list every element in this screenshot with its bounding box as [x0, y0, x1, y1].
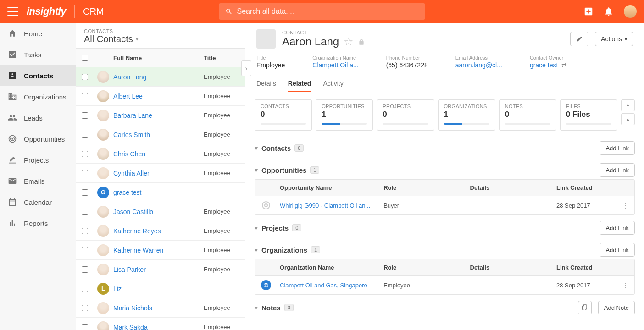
- table-row[interactable]: Aaron Lang Employee: [76, 67, 245, 87]
- contact-link[interactable]: Mark Sakda: [113, 324, 148, 330]
- select-all-checkbox[interactable]: [82, 55, 88, 61]
- col-opp-name[interactable]: Opportunity Name: [277, 184, 383, 191]
- summary-card[interactable]: ORGANIZATIONS 1: [438, 99, 495, 131]
- row-menu-icon[interactable]: ⋮: [616, 202, 634, 209]
- list-title[interactable]: All Contacts ▾: [84, 34, 237, 44]
- table-row[interactable]: Barbara Lane Employee: [76, 106, 245, 125]
- contact-link[interactable]: Katherine Reyes: [113, 227, 161, 235]
- collapse-all-button[interactable]: [621, 99, 635, 111]
- tab-related[interactable]: Related: [288, 75, 311, 92]
- row-checkbox[interactable]: [82, 209, 88, 215]
- row-checkbox[interactable]: [82, 286, 88, 292]
- sidebar-item-calendar[interactable]: Calendar: [0, 192, 76, 213]
- table-row[interactable]: Clampett Oil and Gas, Singapore Employee…: [255, 276, 634, 294]
- row-checkbox[interactable]: [82, 266, 88, 273]
- col-created[interactable]: Link Created: [556, 264, 616, 271]
- chevron-down-icon[interactable]: ▾: [255, 144, 258, 152]
- col-org-name[interactable]: Organization Name: [277, 264, 383, 271]
- table-row[interactable]: Carlos Smith Employee: [76, 125, 245, 144]
- chevron-down-icon[interactable]: ▾: [255, 304, 258, 311]
- col-created[interactable]: Link Created: [556, 184, 616, 191]
- row-checkbox[interactable]: [82, 189, 88, 196]
- actions-button[interactable]: Actions ▾: [595, 32, 633, 46]
- expand-panel-button[interactable]: ›: [241, 60, 251, 76]
- table-row[interactable]: Mark Sakda Employee: [76, 318, 245, 330]
- user-avatar[interactable]: [624, 5, 637, 18]
- chevron-down-icon[interactable]: ▾: [255, 166, 258, 174]
- col-fullname[interactable]: Full Name: [112, 55, 204, 61]
- chevron-down-icon[interactable]: ▾: [255, 224, 258, 231]
- sidebar-item-emails[interactable]: Emails: [0, 170, 76, 192]
- row-checkbox[interactable]: [82, 132, 88, 138]
- star-icon[interactable]: ☆: [344, 35, 354, 48]
- table-row[interactable]: Katherine Reyes Employee: [76, 221, 245, 241]
- row-menu-icon[interactable]: ⋮: [616, 282, 634, 289]
- summary-card[interactable]: NOTES 0: [499, 99, 556, 131]
- contact-link[interactable]: Katherine Warren: [113, 247, 163, 254]
- contact-link[interactable]: Aaron Lang: [113, 73, 146, 81]
- tab-details[interactable]: Details: [256, 75, 276, 92]
- summary-card[interactable]: OPPORTUNITIES 1: [316, 99, 373, 131]
- contact-link[interactable]: Liz: [113, 285, 122, 292]
- add-link-button[interactable]: Add Link: [600, 243, 635, 257]
- row-checkbox[interactable]: [82, 170, 88, 176]
- opportunity-link[interactable]: Whirligig G990 - Clampett Oil an...: [280, 202, 370, 209]
- contact-link[interactable]: Jason Castillo: [113, 208, 153, 215]
- brand-logo[interactable]: insightly: [27, 6, 66, 17]
- sidebar-item-tasks[interactable]: Tasks: [0, 44, 76, 65]
- evernote-button[interactable]: [578, 301, 592, 314]
- contact-link[interactable]: Lisa Parker: [113, 266, 146, 273]
- add-icon[interactable]: [583, 6, 594, 16]
- table-row[interactable]: Chris Chen Employee: [76, 144, 245, 164]
- row-checkbox[interactable]: [82, 228, 88, 234]
- add-link-button[interactable]: Add Link: [600, 221, 635, 235]
- table-row[interactable]: Whirligig G990 - Clampett Oil an... Buye…: [255, 196, 634, 214]
- table-row[interactable]: G grace test: [76, 183, 245, 202]
- sidebar-item-home[interactable]: Home: [0, 23, 76, 44]
- contact-link[interactable]: Carlos Smith: [113, 131, 150, 138]
- contact-link[interactable]: grace test: [113, 189, 141, 196]
- row-checkbox[interactable]: [82, 93, 88, 99]
- table-row[interactable]: Katherine Warren Employee: [76, 241, 245, 260]
- sidebar-item-leads[interactable]: Leads: [0, 107, 76, 128]
- summary-card[interactable]: PROJECTS 0: [377, 99, 434, 131]
- add-link-button[interactable]: Add Link: [600, 163, 635, 177]
- bell-icon[interactable]: [604, 6, 614, 16]
- col-details[interactable]: Details: [470, 264, 556, 271]
- add-link-button[interactable]: Add Link: [600, 141, 635, 155]
- table-row[interactable]: Albert Lee Employee: [76, 87, 245, 106]
- col-role[interactable]: Role: [383, 264, 470, 271]
- owner-switch-icon[interactable]: ⇄: [561, 61, 567, 69]
- summary-card[interactable]: CONTACTS 0: [255, 99, 312, 131]
- edit-button[interactable]: [570, 32, 588, 46]
- expand-all-button[interactable]: [621, 113, 635, 125]
- summary-card[interactable]: FILES 0 Files: [560, 99, 617, 131]
- col-details[interactable]: Details: [470, 184, 556, 191]
- row-checkbox[interactable]: [82, 324, 88, 330]
- table-row[interactable]: Jason Castillo Employee: [76, 202, 245, 221]
- chevron-down-icon[interactable]: ▾: [255, 246, 258, 253]
- row-checkbox[interactable]: [82, 74, 88, 80]
- col-title[interactable]: Title: [204, 55, 245, 61]
- row-checkbox[interactable]: [82, 247, 88, 253]
- sidebar-item-reports[interactable]: Reports: [0, 213, 76, 234]
- sidebar-item-contacts[interactable]: Contacts: [0, 65, 76, 86]
- table-row[interactable]: Lisa Parker Employee: [76, 260, 245, 279]
- search-input[interactable]: [237, 7, 419, 16]
- row-checkbox[interactable]: [82, 112, 88, 119]
- organization-link[interactable]: Clampett Oil and Gas, Singapore: [280, 282, 367, 289]
- contact-link[interactable]: Barbara Lane: [113, 112, 152, 119]
- search-box[interactable]: [219, 3, 425, 20]
- contact-link[interactable]: Chris Chen: [113, 150, 145, 158]
- row-checkbox[interactable]: [82, 305, 88, 311]
- sidebar-item-organizations[interactable]: Organizations: [0, 86, 76, 107]
- field-value-org[interactable]: Clampett Oil a...: [312, 61, 358, 69]
- menu-toggle[interactable]: [7, 7, 18, 16]
- contact-link[interactable]: Maria Nichols: [113, 304, 152, 312]
- contact-link[interactable]: Cynthia Allen: [113, 170, 151, 177]
- table-row[interactable]: Cynthia Allen Employee: [76, 164, 245, 183]
- col-role[interactable]: Role: [383, 184, 470, 191]
- field-value-owner[interactable]: grace test ⇄: [530, 61, 567, 69]
- add-note-button[interactable]: Add Note: [598, 301, 635, 314]
- contact-link[interactable]: Albert Lee: [113, 93, 143, 100]
